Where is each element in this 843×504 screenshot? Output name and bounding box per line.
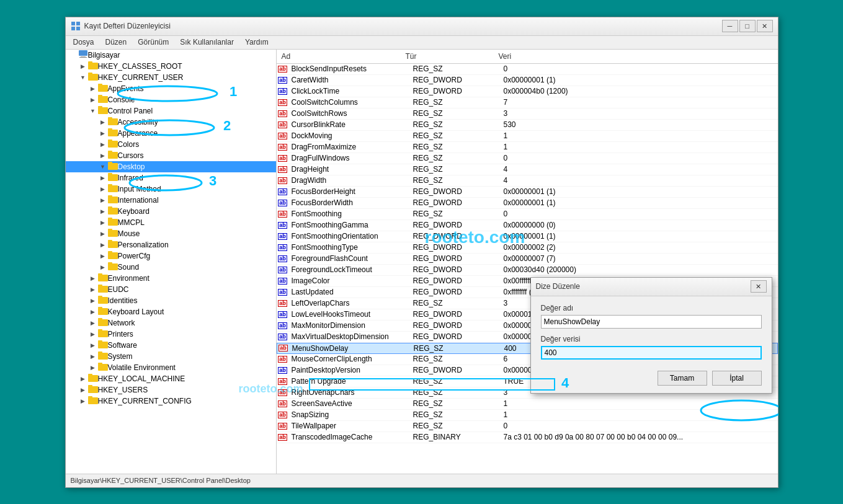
- tree-item-hkey_classes_root[interactable]: ▶HKEY_CLASSES_ROOT: [66, 61, 276, 72]
- tree-expand-console[interactable]: ▶: [88, 95, 98, 105]
- tree-item-hkey_users[interactable]: ▶HKEY_USERS: [66, 384, 276, 396]
- tree-expand-eudc[interactable]: ▶: [88, 285, 98, 294]
- tree-expand-hkey_users[interactable]: ▶: [78, 385, 88, 395]
- menu-sik[interactable]: Sık Kullanılanlar: [175, 37, 239, 48]
- registry-row-4[interactable]: abCoolSwitchRowsREG_SZ3: [277, 108, 778, 120]
- tree-item-identities[interactable]: ▶Identities: [66, 295, 276, 306]
- tree-expand-desktop[interactable]: ▼: [98, 162, 108, 172]
- registry-row-16[interactable]: abFontSmoothingTypeREG_DWORD0x00000002 (…: [277, 242, 778, 254]
- tree-expand-appevents[interactable]: ▶: [88, 84, 98, 94]
- tree-item-keyboard[interactable]: ▶Keyboard: [66, 206, 276, 217]
- tree-item-console[interactable]: ▶Console: [66, 94, 276, 105]
- tree-item-printers[interactable]: ▶Printers: [66, 329, 276, 340]
- registry-rows-container[interactable]: abBlockSendInputResetsREG_SZ0abCaretWidt…: [277, 64, 778, 474]
- tree-item-system[interactable]: ▶System: [66, 351, 276, 362]
- tree-expand-bilgisayar[interactable]: [68, 50, 78, 60]
- registry-row-12[interactable]: abFocusBorderWidthREG_DWORD0x00000001 (1…: [277, 198, 778, 209]
- menu-duzen[interactable]: Düzen: [100, 37, 132, 48]
- registry-row-3[interactable]: abCoolSwitchColumnsREG_SZ7: [277, 97, 778, 108]
- registry-row-11[interactable]: abFocusBorderHeightREG_DWORD0x00000001 (…: [277, 187, 778, 198]
- tree-expand-international[interactable]: ▶: [98, 195, 108, 205]
- tree-expand-hkey_current_config[interactable]: ▶: [78, 396, 88, 406]
- tree-expand-network[interactable]: ▶: [88, 318, 98, 328]
- registry-row-18[interactable]: abForegroundLockTimeoutREG_DWORD0x00030d…: [277, 265, 778, 276]
- tree-expand-mouse[interactable]: ▶: [98, 229, 108, 239]
- tree-item-hkey_current_user[interactable]: ▼HKEY_CURRENT_USER: [66, 72, 276, 83]
- tree-item-sound[interactable]: ▶Sound: [66, 262, 276, 273]
- tree-expand-hkey_current_user[interactable]: ▼: [78, 73, 88, 82]
- registry-row-33[interactable]: abTranscodedImageCacheREG_BINARY7a c3 01…: [277, 432, 778, 443]
- tree-item-powercfg[interactable]: ▶PowerCfg: [66, 250, 276, 262]
- registry-row-9[interactable]: abDragHeightREG_SZ4: [277, 164, 778, 175]
- tree-item-hkey_local_machine[interactable]: ▶HKEY_LOCAL_MACHINE: [66, 373, 276, 384]
- tree-item-international[interactable]: ▶International: [66, 195, 276, 206]
- tree-item-hkey_current_config[interactable]: ▶HKEY_CURRENT_CONFIG: [66, 396, 276, 407]
- tree-expand-hkey_classes_root[interactable]: ▶: [78, 61, 88, 71]
- tree-expand-powercfg[interactable]: ▶: [98, 251, 108, 261]
- tree-item-appearance[interactable]: ▶Appearance: [66, 128, 276, 139]
- tree-item-control_panel[interactable]: ▼Control Panel: [66, 105, 276, 117]
- tree-item-software[interactable]: ▶Software: [66, 340, 276, 351]
- tree-expand-printers[interactable]: ▶: [88, 329, 98, 339]
- tree-expand-keyboard_layout[interactable]: ▶: [88, 307, 98, 317]
- tree-item-eudc[interactable]: ▶EUDC: [66, 284, 276, 295]
- field-name-input[interactable]: [541, 315, 762, 329]
- registry-row-14[interactable]: abFontSmoothingGammaREG_DWORD0x00000000 …: [277, 220, 778, 231]
- minimize-button[interactable]: ─: [722, 20, 738, 32]
- registry-row-7[interactable]: abDragFromMaximizeREG_SZ1: [277, 142, 778, 153]
- tree-item-keyboard_layout[interactable]: ▶Keyboard Layout: [66, 306, 276, 317]
- registry-row-8[interactable]: abDragFullWindowsREG_SZ0: [277, 153, 778, 164]
- tree-expand-environment[interactable]: ▶: [88, 273, 98, 283]
- maximize-button[interactable]: □: [739, 20, 756, 32]
- tree-expand-personalization[interactable]: ▶: [98, 240, 108, 250]
- tree-expand-software[interactable]: ▶: [88, 340, 98, 350]
- tree-expand-appearance[interactable]: ▶: [98, 128, 108, 138]
- tree-item-accessibility[interactable]: ▶Accessibility: [66, 117, 276, 128]
- tree-item-network[interactable]: ▶Network: [66, 317, 276, 329]
- tree-item-bilgisayar[interactable]: Bilgisayar: [66, 50, 276, 61]
- registry-row-6[interactable]: abDockMovingREG_SZ1: [277, 131, 778, 142]
- dialog-close-button[interactable]: ✕: [751, 280, 767, 293]
- tree-expand-keyboard[interactable]: ▶: [98, 206, 108, 216]
- registry-row-13[interactable]: abFontSmoothingREG_SZ0: [277, 209, 778, 220]
- tree-expand-sound[interactable]: ▶: [98, 262, 108, 272]
- cancel-button[interactable]: İptal: [712, 371, 762, 386]
- registry-row-30[interactable]: abScreenSaveActiveREG_SZ1: [277, 399, 778, 410]
- registry-tree[interactable]: Bilgisayar▶HKEY_CLASSES_ROOT▼HKEY_CURREN…: [66, 50, 277, 474]
- registry-row-32[interactable]: abTileWallpaperREG_SZ0: [277, 421, 778, 432]
- tree-expand-mmcpl[interactable]: ▶: [98, 218, 108, 228]
- menu-yardim[interactable]: Yardım: [240, 37, 274, 48]
- tree-expand-input_method[interactable]: ▶: [98, 184, 108, 194]
- tree-item-volatile_env[interactable]: ▶Volatile Environment: [66, 362, 276, 373]
- ok-button[interactable]: Tamam: [658, 371, 707, 386]
- tree-item-desktop[interactable]: ▼Desktop: [66, 161, 276, 172]
- menu-dosya[interactable]: Dosya: [68, 37, 99, 48]
- tree-item-environment[interactable]: ▶Environment: [66, 273, 276, 284]
- tree-item-cursors[interactable]: ▶Cursors: [66, 150, 276, 161]
- registry-row-15[interactable]: abFontSmoothingOrientationREG_DWORD0x000…: [277, 231, 778, 242]
- registry-row-17[interactable]: abForegroundFlashCountREG_DWORD0x0000000…: [277, 254, 778, 265]
- tree-item-personalization[interactable]: ▶Personalization: [66, 239, 276, 250]
- registry-row-10[interactable]: abDragWidthREG_SZ4: [277, 175, 778, 187]
- tree-item-colors[interactable]: ▶Colors: [66, 139, 276, 150]
- tree-item-infrared[interactable]: ▶Infrared: [66, 172, 276, 183]
- tree-item-mmcpl[interactable]: ▶MMCPL: [66, 217, 276, 228]
- menu-gorunum[interactable]: Görünüm: [133, 37, 174, 48]
- tree-expand-volatile_env[interactable]: ▶: [88, 363, 98, 373]
- field-data-input[interactable]: [541, 346, 762, 360]
- registry-row-31[interactable]: abSnapSizingREG_SZ1: [277, 410, 778, 421]
- tree-item-mouse[interactable]: ▶Mouse: [66, 228, 276, 239]
- tree-expand-cursors[interactable]: ▶: [98, 151, 108, 161]
- tree-item-appevents[interactable]: ▶AppEvents: [66, 83, 276, 94]
- tree-expand-colors[interactable]: ▶: [98, 139, 108, 149]
- registry-row-5[interactable]: abCursorBlinkRateREG_SZ530: [277, 120, 778, 131]
- registry-row-2[interactable]: abClickLockTimeREG_DWORD0x000004b0 (1200…: [277, 86, 778, 97]
- tree-expand-system[interactable]: ▶: [88, 351, 98, 361]
- close-button[interactable]: ✕: [757, 20, 773, 32]
- tree-item-input_method[interactable]: ▶Input Method: [66, 183, 276, 195]
- registry-row-1[interactable]: abCaretWidthREG_DWORD0x00000001 (1): [277, 75, 778, 86]
- tree-expand-hkey_local_machine[interactable]: ▶: [78, 374, 88, 384]
- tree-expand-accessibility[interactable]: ▶: [98, 117, 108, 127]
- registry-row-0[interactable]: abBlockSendInputResetsREG_SZ0: [277, 64, 778, 75]
- tree-expand-identities[interactable]: ▶: [88, 296, 98, 306]
